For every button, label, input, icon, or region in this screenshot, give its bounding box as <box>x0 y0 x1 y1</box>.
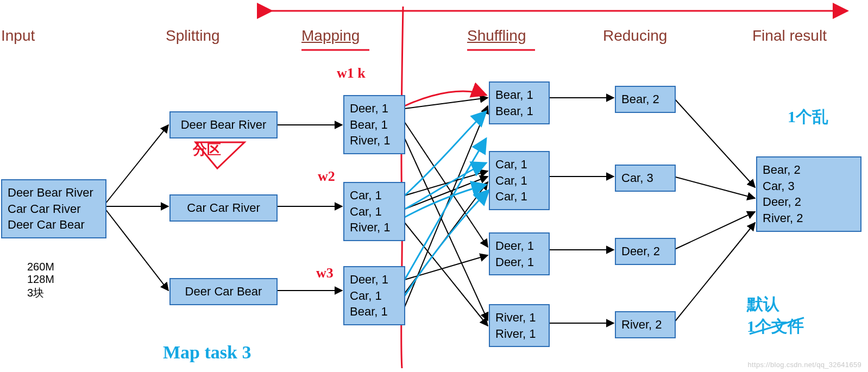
svg-line-7 <box>405 122 488 247</box>
split-box-1: Deer Bear River <box>169 111 278 138</box>
final-box: Bear, 2 Car, 3 Deer, 2 River, 2 <box>756 156 861 232</box>
split-box-3: Deer Car Bear <box>169 278 278 305</box>
scribble-w3: w3 <box>316 265 334 281</box>
split-box-2: Car Car River <box>169 194 278 222</box>
scribble-right-top: 1个乱 <box>788 106 828 128</box>
reduce-box-bear: Bear, 2 <box>615 86 676 113</box>
shuffle-box-deer: Deer, 1 Deer, 1 <box>489 232 550 275</box>
svg-line-2 <box>103 206 168 291</box>
reduce-box-deer: Deer, 2 <box>615 238 676 265</box>
svg-line-12 <box>405 255 488 280</box>
scribble-fenxiang: 分区 <box>193 140 221 159</box>
scribble-right-bottom: 默认 1个文件 <box>747 293 804 338</box>
svg-line-9 <box>405 171 488 196</box>
map-box-3: Deer, 1 Car, 1 Bear, 1 <box>343 266 405 325</box>
shuffle-box-car: Car, 1 Car, 1 Car, 1 <box>489 151 550 210</box>
header-splitting: Splitting <box>166 27 220 45</box>
map-box-2: Car, 1 Car, 1 River, 1 <box>343 182 405 241</box>
reduce-box-car: Car, 3 <box>615 165 676 192</box>
header-final: Final result <box>752 27 827 45</box>
svg-line-21 <box>674 212 755 250</box>
map-box-1: Deer, 1 Bear, 1 River, 1 <box>343 95 405 154</box>
scribble-maptask: Map task 3 <box>163 342 251 363</box>
svg-line-0 <box>103 125 168 206</box>
svg-line-19 <box>674 98 755 187</box>
svg-line-6 <box>405 98 488 109</box>
scribble-w1: w1 k <box>337 65 366 81</box>
input-box: Deer Bear River Car Car River Deer Car B… <box>1 179 106 238</box>
svg-line-13 <box>405 182 488 293</box>
svg-line-14 <box>405 106 488 307</box>
scribble-w2: w2 <box>318 168 335 185</box>
watermark: https://blog.csdn.net/qq_32641659 <box>748 361 861 369</box>
shuffle-box-river: River, 1 River, 1 <box>489 304 550 347</box>
reduce-box-river: River, 2 <box>615 311 676 338</box>
svg-line-20 <box>674 176 755 198</box>
svg-line-22 <box>674 223 755 323</box>
svg-line-10 <box>405 176 488 209</box>
header-input: Input <box>1 27 35 45</box>
svg-line-8 <box>405 138 488 320</box>
header-reducing: Reducing <box>603 27 667 45</box>
shuffle-box-bear: Bear, 1 Bear, 1 <box>489 81 550 124</box>
header-mapping: Mapping <box>301 27 360 45</box>
note-sizes: 260M 128M 3块 <box>27 261 54 300</box>
header-shuffling: Shuffling <box>467 27 526 45</box>
svg-line-11 <box>405 223 488 326</box>
